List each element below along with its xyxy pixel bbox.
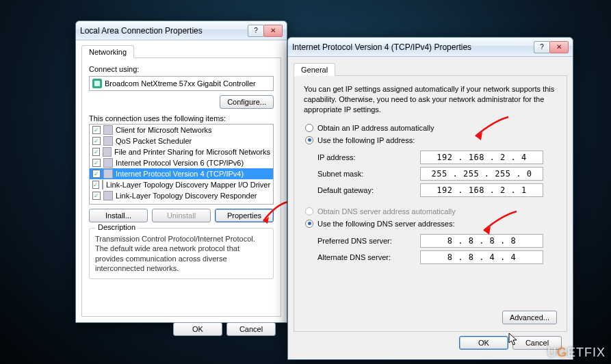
protocol-icon <box>103 169 113 179</box>
subnet-mask-input[interactable]: 255 . 255 . 255 . 0 <box>420 167 543 181</box>
network-adapter-icon <box>92 79 102 88</box>
checkbox-icon[interactable]: ✓ <box>92 126 101 134</box>
tab-general[interactable]: General <box>294 63 335 76</box>
ip-address-input[interactable]: 192 . 168 . 2 . 4 <box>420 151 543 164</box>
radio-icon <box>305 136 313 144</box>
list-item[interactable]: ✓Link-Layer Topology Discovery Mapper I/… <box>90 179 273 190</box>
radio-icon <box>305 207 313 216</box>
local-area-connection-properties-window: Local Area Connection Properties ? ✕ Net… <box>75 21 287 323</box>
list-item[interactable]: ✓Internet Protocol Version 6 (TCP/IPv6) <box>90 157 273 168</box>
network-items-list[interactable]: ✓Client for Microsoft Networks ✓QoS Pack… <box>89 124 274 205</box>
service-icon <box>103 147 112 157</box>
protocol-icon <box>103 158 113 168</box>
titlebar[interactable]: Local Area Connection Properties ? ✕ <box>76 21 287 40</box>
radio-dns-auto: Obtain DNS server address automatically <box>304 205 557 218</box>
list-item[interactable]: ✓QoS Packet Scheduler <box>90 135 273 146</box>
ok-button[interactable]: OK <box>173 322 222 336</box>
list-item-selected[interactable]: ✓Internet Protocol Version 4 (TCP/IPv4) <box>90 168 273 179</box>
window-title: Internet Protocol Version 4 (TCP/IPv4) P… <box>292 42 534 52</box>
tabstrip: General <box>294 61 567 76</box>
subnet-mask-label: Subnet mask: <box>317 170 420 178</box>
protocol-icon <box>102 180 103 190</box>
close-button[interactable]: ✕ <box>263 25 283 37</box>
description-text: Transmission Control Protocol/Internet P… <box>95 234 268 273</box>
radio-dns-manual[interactable]: Use the following DNS server addresses: <box>304 218 557 230</box>
description-group: Description Transmission Control Protoco… <box>89 228 274 279</box>
preferred-dns-label: Preferred DNS server: <box>317 237 420 245</box>
ip-address-label: IP address: <box>317 153 420 161</box>
adapter-field: Broadcom NetXtreme 57xx Gigabit Controll… <box>89 76 274 91</box>
titlebar[interactable]: Internet Protocol Version 4 (TCP/IPv4) P… <box>288 38 573 57</box>
default-gateway-input[interactable]: 192 . 168 . 2 . 1 <box>420 183 543 197</box>
description-text: You can get IP settings assigned automat… <box>304 84 557 115</box>
items-label: This connection uses the following items… <box>89 114 274 122</box>
tab-networking[interactable]: Networking <box>81 45 134 58</box>
connect-using-label: Connect using: <box>89 65 274 73</box>
window-title: Local Area Connection Properties <box>80 26 248 36</box>
cancel-button[interactable]: Cancel <box>226 322 276 336</box>
client-icon <box>103 125 113 135</box>
protocol-icon <box>103 191 113 200</box>
checkbox-icon[interactable]: ✓ <box>92 137 101 145</box>
properties-button[interactable]: Properties <box>215 209 274 222</box>
close-button[interactable]: ✕ <box>549 41 569 53</box>
alternate-dns-label: Alternate DNS server: <box>317 253 420 261</box>
checkbox-icon[interactable]: ✓ <box>92 148 100 156</box>
radio-ip-manual[interactable]: Use the following IP address: <box>304 134 557 146</box>
ok-button[interactable]: OK <box>459 336 508 350</box>
adapter-name: Broadcom NetXtreme 57xx Gigabit Controll… <box>105 79 256 88</box>
help-button[interactable]: ? <box>248 25 264 37</box>
checkbox-icon[interactable]: ✓ <box>92 181 99 189</box>
uninstall-button: Uninstall <box>152 209 211 222</box>
configure-button[interactable]: Configure... <box>220 95 274 109</box>
checkbox-icon[interactable]: ✓ <box>92 159 101 167</box>
radio-icon <box>305 220 313 228</box>
watermark: UGETFIX <box>547 346 606 360</box>
ipv4-properties-window: Internet Protocol Version 4 (TCP/IPv4) P… <box>287 37 573 360</box>
install-button[interactable]: Install... <box>89 209 148 222</box>
service-icon <box>103 136 113 146</box>
checkbox-icon[interactable]: ✓ <box>92 192 101 200</box>
preferred-dns-input[interactable]: 8 . 8 . 8 . 8 <box>420 234 543 248</box>
radio-ip-auto[interactable]: Obtain an IP address automatically <box>304 122 557 134</box>
checkbox-icon[interactable]: ✓ <box>92 170 101 178</box>
alternate-dns-input[interactable]: 8 . 8 . 4 . 4 <box>420 250 543 264</box>
description-heading: Description <box>95 223 138 231</box>
advanced-button[interactable]: Advanced... <box>502 311 557 324</box>
default-gateway-label: Default gateway: <box>317 186 420 194</box>
mouse-cursor-icon <box>508 333 518 346</box>
list-item[interactable]: ✓Client for Microsoft Networks <box>90 125 273 135</box>
radio-icon <box>305 124 313 132</box>
list-item[interactable]: ✓Link-Layer Topology Discovery Responder <box>90 190 273 201</box>
help-button[interactable]: ? <box>534 41 550 53</box>
tabstrip: Networking <box>81 43 281 58</box>
list-item[interactable]: ✓File and Printer Sharing for Microsoft … <box>90 146 273 157</box>
